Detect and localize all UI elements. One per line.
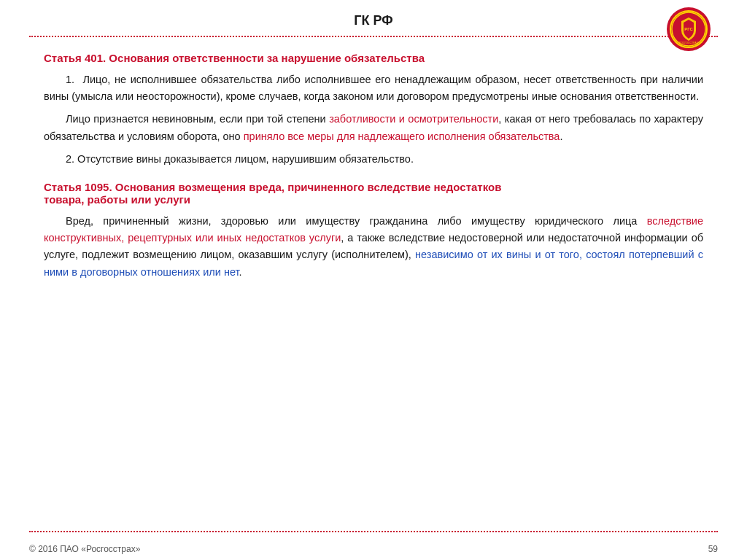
article-401-title: Статья 401. Основания ответственности за… xyxy=(44,52,703,64)
page-number: 59 xyxy=(708,544,718,554)
footer-content: © 2016 ПАО «Росгосстрах» 59 xyxy=(29,538,718,554)
svg-text:РГС: РГС xyxy=(684,27,693,31)
logo-inner: РГС РОСГОССТРАХ xyxy=(670,10,708,48)
article-401-para-1: 1. Лицо, не исполнившее обязательства ли… xyxy=(44,71,703,105)
svg-text:РОСГОССТРАХ: РОСГОССТРАХ xyxy=(679,42,698,44)
page-title: ГК РФ xyxy=(354,13,392,28)
article-401-section: Статья 401. Основания ответственности за… xyxy=(44,52,703,168)
article-401-para-3: 2. Отсутствие вины доказывается лицом, н… xyxy=(44,151,703,168)
content-area: Статья 401. Основания ответственности за… xyxy=(0,37,747,531)
article-401-para-2: Лицо признается невиновным, если при той… xyxy=(44,111,703,144)
red-text-mery: приняло все меры для надлежащего исполне… xyxy=(244,131,560,142)
logo-icon: РГС РОСГОССТРАХ xyxy=(667,7,711,51)
article-1095-section: Статья 1095. Основания возмещения вреда,… xyxy=(44,181,703,281)
article-401-body: 1. Лицо, не исполнившее обязательства ли… xyxy=(44,71,703,168)
rosgosstrakh-logo: РГС РОСГОССТРАХ xyxy=(671,12,706,47)
page: ГК РФ РГС РОСГОССТРАХ xyxy=(0,0,747,560)
article-1095-body: Вред, причиненный жизни, здоровью или им… xyxy=(44,213,703,281)
blue-text-nezavisimo: независимо от их вины и от того, состоял… xyxy=(44,249,703,277)
red-text-vsledstvie: вследствие конструктивных, рецептурных и… xyxy=(44,215,703,244)
red-text-zabot: заботливости и осмотрительности xyxy=(329,113,498,125)
article-1095-title: Статья 1095. Основания возмещения вреда,… xyxy=(44,181,703,206)
logo-area: РГС РОСГОССТРАХ xyxy=(667,7,711,51)
article-1095-para-1: Вред, причиненный жизни, здоровью или им… xyxy=(44,213,703,281)
header: ГК РФ РГС РОСГОССТРАХ xyxy=(0,0,747,36)
copyright-text: © 2016 ПАО «Росгосстрах» xyxy=(29,544,140,554)
footer: © 2016 ПАО «Росгосстрах» 59 xyxy=(0,532,747,560)
